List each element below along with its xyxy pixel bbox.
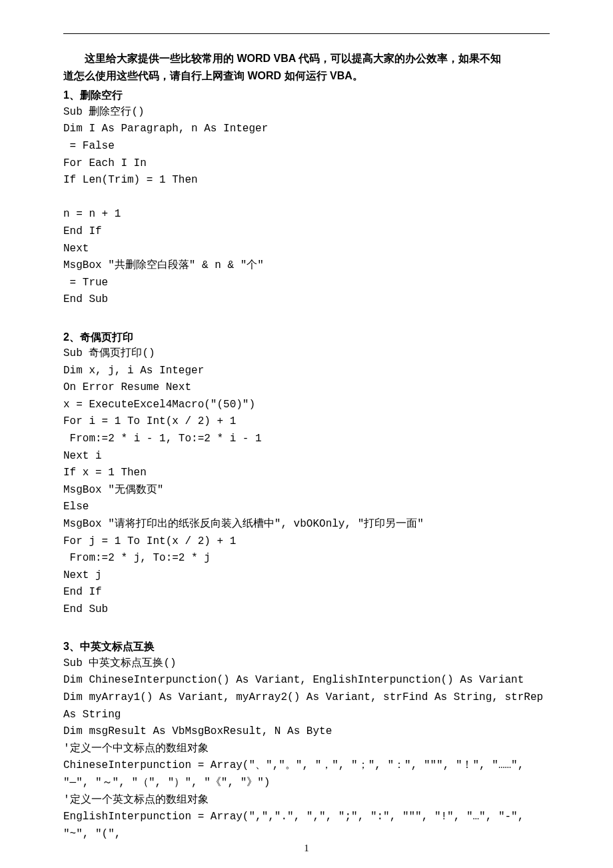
code-line: Dim msgResult As VbMsgBoxResult, N As By… <box>63 723 550 741</box>
code-line: EnglishInterpunction = Array(",",".", ",… <box>63 809 550 843</box>
page-number: 1 <box>0 840 613 856</box>
code-line: Else <box>63 499 550 516</box>
intro-line-1: 这里给大家提供一些比较常用的 WORD VBA 代码，可以提高大家的办公效率，如… <box>63 50 550 67</box>
code-line: Next j <box>63 567 550 585</box>
code-line: End Sub <box>63 291 550 309</box>
code-line: Sub 删除空行() <box>63 104 550 121</box>
code-line: For j = 1 To Int(x / 2) + 1 <box>63 533 550 551</box>
section-gap <box>63 619 550 636</box>
code-line: Next i <box>63 448 550 465</box>
code-line: From:=2 * j, To:=2 * j <box>63 550 550 567</box>
heading-3: 3、中英文标点互换 <box>63 638 550 655</box>
code-line: If x = 1 Then <box>63 465 550 482</box>
code-line: Sub 中英文标点互换() <box>63 655 550 673</box>
code-line: For Each I In <box>63 155 550 173</box>
code-line: x = ExecuteExcel4Macro("(50)") <box>63 397 550 414</box>
code-line: n = n + 1 <box>63 206 550 223</box>
code-line: MsgBox "请将打印出的纸张反向装入纸槽中", vbOKOnly, "打印另… <box>63 516 550 533</box>
heading-1: 1、删除空行 <box>63 87 550 104</box>
code-line: MsgBox "无偶数页" <box>63 482 550 499</box>
code-line: Dim x, j, i As Integer <box>63 363 550 380</box>
code-line: Dim myArray1() As Variant, myArray2() As… <box>63 689 550 723</box>
code-line: ChineseInterpunction = Array("、","。", "，… <box>63 757 550 791</box>
code-line: Dim I As Paragraph, n As Integer <box>63 121 550 138</box>
section-gap <box>63 309 550 326</box>
code-line: '定义一个英文标点的数组对象 <box>63 792 550 809</box>
document-page: 这里给大家提供一些比较常用的 WORD VBA 代码，可以提高大家的办公效率，如… <box>0 0 613 868</box>
code-line: End If <box>63 584 550 601</box>
code-line: End Sub <box>63 601 550 619</box>
code-line: If Len(Trim) = 1 Then <box>63 172 550 189</box>
code-line: From:=2 * i - 1, To:=2 * i - 1 <box>63 431 550 448</box>
code-line: For i = 1 To Int(x / 2) + 1 <box>63 413 550 431</box>
blank-line <box>63 189 550 207</box>
code-line: Dim ChineseInterpunction() As Variant, E… <box>63 672 550 689</box>
heading-2: 2、奇偶页打印 <box>63 329 550 346</box>
intro-line-2: 道怎么使用这些代码，请自行上网查询 WORD 如何运行 VBA。 <box>63 67 550 85</box>
code-line: = True <box>63 275 550 292</box>
intro-text-1: 这里给大家提供一些比较常用的 WORD VBA 代码，可以提高大家的办公效率，如… <box>85 53 501 64</box>
code-line: = False <box>63 138 550 155</box>
code-line: End If <box>63 223 550 241</box>
code-line: '定义一个中文标点的数组对象 <box>63 741 550 758</box>
code-line: Next <box>63 241 550 258</box>
code-line: On Error Resume Next <box>63 379 550 397</box>
header-rule <box>63 33 550 34</box>
code-line: Sub 奇偶页打印() <box>63 345 550 363</box>
code-line: MsgBox "共删除空白段落" & n & "个" <box>63 257 550 275</box>
intro-paragraph: 这里给大家提供一些比较常用的 WORD VBA 代码，可以提高大家的办公效率，如… <box>63 50 550 84</box>
